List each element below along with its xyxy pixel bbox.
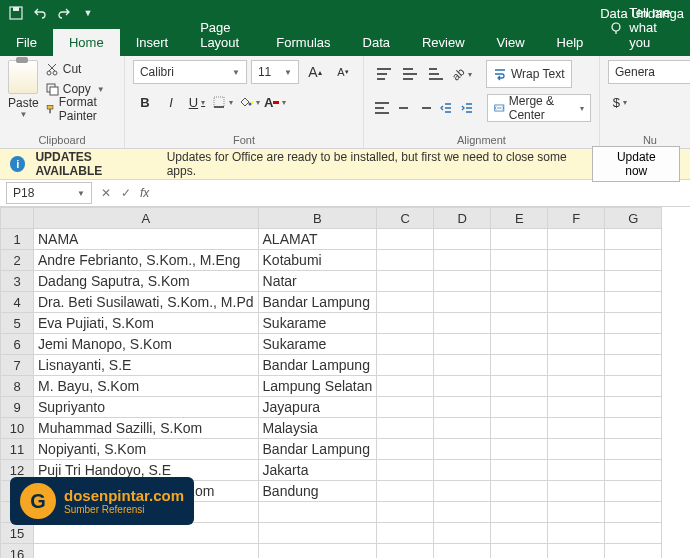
cell[interactable] — [434, 229, 491, 250]
cell[interactable] — [605, 439, 662, 460]
cell[interactable] — [491, 523, 548, 544]
cell[interactable]: Supriyanto — [34, 397, 259, 418]
tab-view[interactable]: View — [481, 29, 541, 56]
cell[interactable] — [434, 292, 491, 313]
cell[interactable] — [548, 229, 605, 250]
cell[interactable]: Sukarame — [258, 334, 377, 355]
tab-file[interactable]: File — [0, 29, 53, 56]
cell[interactable]: Yanike Anastasya A., S.Kom — [34, 481, 259, 502]
row-header[interactable]: 3 — [1, 271, 34, 292]
cell[interactable] — [605, 229, 662, 250]
cell[interactable] — [605, 334, 662, 355]
enter-formula-button[interactable]: ✓ — [116, 183, 136, 203]
align-left-button[interactable] — [372, 96, 391, 120]
cell[interactable] — [491, 502, 548, 523]
row-header[interactable]: 12 — [1, 460, 34, 481]
select-all-corner[interactable] — [1, 208, 34, 229]
italic-button[interactable]: I — [159, 90, 183, 114]
cell[interactable] — [34, 502, 259, 523]
update-now-button[interactable]: Update now — [592, 146, 680, 182]
cell[interactable] — [377, 376, 434, 397]
cell[interactable] — [434, 418, 491, 439]
increase-font-button[interactable]: A▴ — [303, 60, 327, 84]
cell[interactable]: Malaysia — [258, 418, 377, 439]
cell[interactable] — [548, 355, 605, 376]
align-right-button[interactable] — [415, 96, 434, 120]
cell[interactable] — [377, 418, 434, 439]
paste-button[interactable]: Paste ▼ — [8, 60, 39, 119]
cell[interactable]: Puji Tri Handoyo, S.E — [34, 460, 259, 481]
cell[interactable] — [605, 418, 662, 439]
merge-center-button[interactable]: Merge & Center — [487, 94, 591, 122]
cell[interactable]: ALAMAT — [258, 229, 377, 250]
cell[interactable] — [377, 460, 434, 481]
cell[interactable]: Natar — [258, 271, 377, 292]
accounting-format-button[interactable]: $ — [608, 90, 632, 114]
col-header[interactable]: F — [548, 208, 605, 229]
cell[interactable] — [605, 313, 662, 334]
cell[interactable] — [377, 544, 434, 559]
cell[interactable] — [491, 544, 548, 559]
cell[interactable] — [434, 271, 491, 292]
cell[interactable]: Bandar Lampung — [258, 439, 377, 460]
underline-button[interactable]: U — [185, 90, 209, 114]
cell[interactable]: Lampung Selatan — [258, 376, 377, 397]
row-header[interactable]: 15 — [1, 523, 34, 544]
cell[interactable] — [491, 481, 548, 502]
row-header[interactable]: 16 — [1, 544, 34, 559]
cell[interactable] — [377, 439, 434, 460]
cell[interactable]: Dra. Beti Susilawati, S.Kom., M.Pd — [34, 292, 259, 313]
tab-page-layout[interactable]: Page Layout — [184, 14, 260, 56]
cell[interactable] — [605, 544, 662, 559]
cell[interactable] — [377, 523, 434, 544]
decrease-indent-button[interactable] — [436, 96, 455, 120]
cell[interactable] — [377, 355, 434, 376]
row-header[interactable]: 7 — [1, 355, 34, 376]
cell[interactable] — [258, 502, 377, 523]
cell[interactable] — [377, 271, 434, 292]
row-header[interactable]: 9 — [1, 397, 34, 418]
cell[interactable] — [434, 460, 491, 481]
cell[interactable] — [258, 544, 377, 559]
cell[interactable] — [548, 397, 605, 418]
cell[interactable]: Nopiyanti, S.Kom — [34, 439, 259, 460]
cell[interactable] — [377, 334, 434, 355]
cell[interactable]: Eva Pujiati, S.Kom — [34, 313, 259, 334]
cell[interactable] — [548, 376, 605, 397]
cell[interactable] — [491, 418, 548, 439]
cell[interactable] — [548, 460, 605, 481]
cell[interactable] — [434, 355, 491, 376]
cell[interactable] — [548, 523, 605, 544]
cell[interactable] — [491, 334, 548, 355]
fx-icon[interactable]: fx — [140, 186, 149, 200]
cell[interactable]: Bandar Lampung — [258, 292, 377, 313]
tab-review[interactable]: Review — [406, 29, 481, 56]
cell[interactable] — [434, 334, 491, 355]
orientation-button[interactable]: ab — [450, 62, 474, 86]
cell[interactable] — [548, 418, 605, 439]
col-header[interactable]: C — [377, 208, 434, 229]
col-header[interactable]: D — [434, 208, 491, 229]
cell[interactable] — [434, 523, 491, 544]
cell[interactable] — [605, 460, 662, 481]
cell[interactable] — [434, 397, 491, 418]
cell[interactable] — [491, 271, 548, 292]
col-header[interactable]: G — [605, 208, 662, 229]
cell[interactable] — [605, 502, 662, 523]
cell[interactable] — [377, 292, 434, 313]
cell[interactable] — [377, 502, 434, 523]
cell[interactable] — [605, 397, 662, 418]
cell[interactable]: Dadang Saputra, S.Kom — [34, 271, 259, 292]
cell[interactable]: Kotabumi — [258, 250, 377, 271]
fill-color-button[interactable] — [237, 90, 261, 114]
bold-button[interactable]: B — [133, 90, 157, 114]
cell[interactable] — [548, 481, 605, 502]
tab-help[interactable]: Help — [541, 29, 600, 56]
tab-insert[interactable]: Insert — [120, 29, 185, 56]
increase-indent-button[interactable] — [457, 96, 476, 120]
cell[interactable] — [491, 250, 548, 271]
row-header[interactable]: 6 — [1, 334, 34, 355]
cell[interactable] — [605, 355, 662, 376]
row-header[interactable]: 14 — [1, 502, 34, 523]
qat-customize-icon[interactable]: ▼ — [78, 3, 98, 23]
